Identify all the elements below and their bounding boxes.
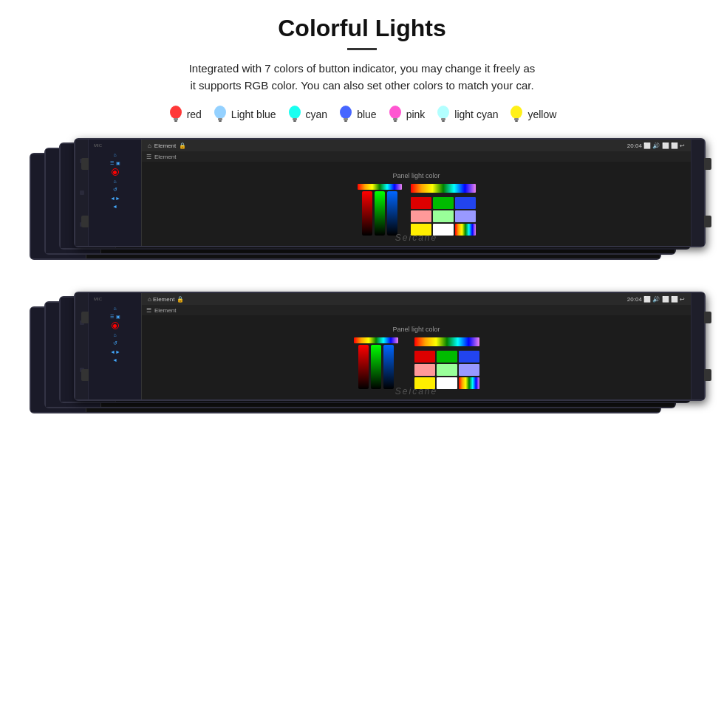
bottom-seicane-watermark: Seicane [395, 386, 437, 396]
radio-unit-front: MIC ⌂ ☰ ▣ ⌂ ↺ ◄ ► ◄ ⌂ Element 🔒 20:04 ⬜ … [74, 138, 706, 247]
page-container: Colorful Lights Integrated with 7 colors… [0, 0, 724, 454]
swatch-red [411, 197, 431, 209]
svg-rect-2 [174, 120, 177, 122]
svg-rect-4 [218, 118, 222, 120]
pink-bulb-icon [387, 104, 403, 125]
svg-rect-13 [393, 118, 397, 120]
green-bar [375, 191, 385, 236]
svg-rect-19 [514, 118, 519, 120]
svg-point-12 [389, 106, 401, 119]
bottom-main-screen: ⌂ Element 🔒 20:04 ⬜ 🔊 ⬜ ⬜ ↩ ☰ Element Pa… [142, 293, 691, 399]
color-label-lightblue: Light blue [231, 109, 276, 120]
svg-point-9 [340, 106, 352, 119]
left-panel-front: MIC ⌂ ☰ ▣ ⌂ ↺ ◄ ► ◄ [89, 140, 142, 246]
svg-rect-14 [394, 120, 397, 122]
svg-rect-1 [174, 118, 178, 120]
svg-point-18 [510, 106, 522, 119]
swatch-lightblue [455, 210, 476, 222]
bottom-left-panel: MIC ⌂ ☰ ▣ ⌂ ↺ ◄ ► ◄ [89, 293, 142, 399]
color-item-yellow: yellow [508, 104, 556, 125]
svg-rect-16 [441, 118, 445, 120]
swatch-rainbow [455, 224, 476, 236]
color-label-red: red [187, 109, 202, 120]
color-item-lightblue: Light blue [212, 104, 276, 125]
android-top-bar: ⌂ Element 🔒 20:04 ⬜ 🔊 ⬜ ⬜ ↩ [142, 140, 691, 151]
panel-light-title: Panel light color [392, 172, 440, 179]
menu-bar: ☰ Element [142, 151, 691, 162]
red-bulb-icon [168, 104, 184, 125]
page-title: Colorful Lights [22, 15, 702, 42]
swatch-green [433, 197, 454, 209]
description: Integrated with 7 colors of button indic… [22, 61, 702, 94]
lightcyan-bulb-icon [435, 104, 451, 125]
svg-rect-17 [442, 120, 445, 122]
svg-rect-7 [293, 118, 297, 120]
color-label-pink: pink [406, 109, 426, 120]
swatches-grid [411, 184, 476, 236]
right-bracket [691, 140, 704, 246]
svg-rect-11 [344, 120, 347, 122]
color-item-pink: pink [387, 104, 426, 125]
color-item-blue: blue [338, 104, 376, 125]
color-indicators: red Light blue cyan [22, 104, 702, 125]
svg-rect-5 [219, 120, 222, 122]
color-label-lightcyan: light cyan [454, 109, 498, 120]
cyan-bulb-icon [287, 104, 303, 125]
vertical-bars [362, 191, 397, 236]
seicane-watermark: Seicane [395, 233, 437, 243]
main-screen: ⌂ Element 🔒 20:04 ⬜ 🔊 ⬜ ⬜ ↩ ☰ Element Pa… [142, 140, 691, 246]
color-label-cyan: cyan [306, 109, 328, 120]
swatch-lightred [411, 210, 431, 222]
svg-point-3 [214, 106, 226, 119]
lightblue-bulb-icon [212, 104, 228, 125]
blue-bar [387, 191, 397, 236]
panel-controls [358, 184, 476, 236]
color-label-yellow: yellow [527, 109, 556, 120]
color-item-lightcyan: light cyan [435, 104, 498, 125]
swatch-lightgreen [433, 210, 454, 222]
bottom-radio-unit-front: MIC ⌂ ☰ ▣ ⌂ ↺ ◄ ► ◄ ⌂ Element 🔒 20:04 ⬜ … [74, 292, 706, 401]
left-bracket [75, 140, 89, 246]
title-divider [347, 48, 377, 50]
swatch-rainbow-top [411, 184, 476, 193]
top-radio-row: MIC ⌂ ☰ ▣ ⌂ ↺ ↔ ↩ MIC ⌂ ☰ ▣ ⌂ ↺ ↔ ↩ [22, 138, 702, 286]
color-bars [358, 184, 476, 236]
svg-rect-20 [515, 120, 518, 122]
color-item-cyan: cyan [287, 104, 328, 125]
time-display: 20:04 ⬜ 🔊 ⬜ ⬜ ↩ [627, 142, 685, 149]
color-item-red: red [168, 104, 202, 125]
red-bar [362, 191, 372, 236]
bottom-radio-row: MIC ⌂ ☰ ▣ ⌂ ↺ ↔ ↩ MIC ⌂ ☰ ▣ ⌂ ↺ ↔ ↩ [22, 292, 702, 439]
rainbow-top-bar [358, 184, 402, 190]
svg-rect-10 [344, 118, 348, 120]
svg-point-6 [289, 106, 301, 119]
yellow-bulb-icon [508, 104, 525, 125]
home-icon: ⌂ Element 🔒 [148, 142, 186, 149]
svg-rect-8 [293, 120, 296, 122]
color-label-blue: blue [357, 109, 376, 120]
svg-point-0 [170, 106, 182, 119]
blue-bulb-icon [338, 104, 354, 125]
svg-point-15 [437, 106, 449, 119]
swatch-blue [455, 197, 476, 209]
